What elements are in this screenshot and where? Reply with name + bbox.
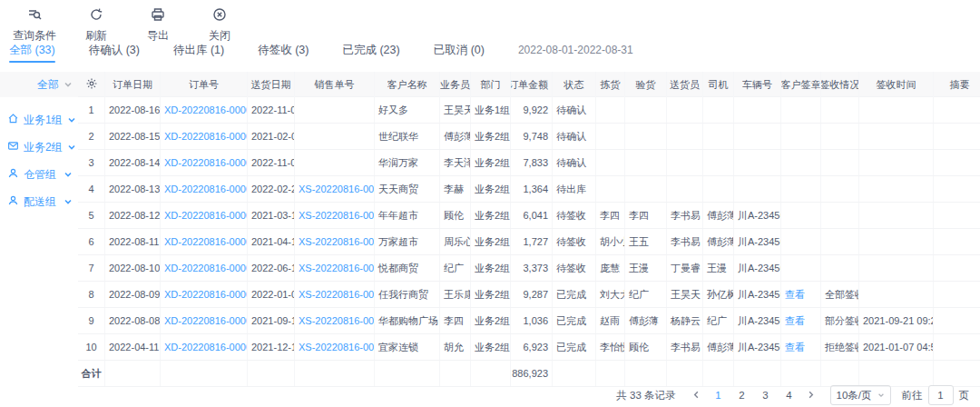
cell-order_date: 2022-08-16 [105,97,161,123]
cell-sign [781,176,821,202]
cell-driver: 傅彭薄 [703,229,734,254]
cell-delivery_date: 2021-03-12 [248,203,295,228]
tab-全部[interactable]: 全部 (33) [9,43,55,63]
total-cell-customer [375,361,440,386]
cell-driver: 孙亿枫 [703,282,734,307]
total-row: 合计886,923 [78,361,980,387]
cell-sign_status [821,150,859,175]
column-settings-header[interactable] [78,72,105,97]
tab-待确认[interactable]: 待确认 (3) [89,43,140,63]
page-number-1[interactable]: 1 [710,387,727,403]
cell-delivery_date: 2022-06-16 [248,255,295,281]
sidebar: 全部 业务1组业务2组仓管组配送组 [0,72,78,387]
close-tool-button[interactable]: 关闭 [189,7,250,44]
cell-sales_no [295,124,375,149]
table-header-row: 订单日期订单号送货日期销售单号客户名称业务员部门订单金额状态拣货验货送货员司机车… [78,72,980,97]
column-header-dept: 部门 [471,72,511,97]
order_no-link[interactable]: XD-20220816-000011 [164,289,248,300]
cell-picker: 刘大大 [596,282,625,307]
cell-summary [934,334,980,360]
sidebar-item-业务2组[interactable]: 业务2组 [0,134,78,161]
cell-vehicle: 川A-234561 [734,229,781,254]
sidebar-item-label: 配送组 [24,194,59,210]
total-cell-picker [596,361,625,386]
total-cell-amount: 886,923 [511,361,553,386]
cell-sign [781,255,821,281]
sidebar-item-label: 仓管组 [24,167,59,183]
order_no-link[interactable]: XD-20220816-000014 [164,210,248,221]
cell-idx: 1 [78,97,105,123]
sidebar-items: 业务1组业务2组仓管组配送组 [0,97,78,215]
cell-deliverer: 杨静云 [667,308,703,333]
order_no-link[interactable]: XD-20220816-000013 [164,236,248,247]
cell-sign [781,124,821,149]
order_no-link[interactable]: XD-20220816-000012 [164,263,248,273]
filter-search-icon [27,7,42,25]
refresh-tool-button[interactable]: 刷新 [65,7,127,44]
tab-待签收[interactable]: 待签收 (3) [258,43,309,63]
cell-checker: 傅彭薄 [625,308,667,333]
tab-已取消[interactable]: 已取消 (0) [434,43,485,63]
order_no-link[interactable]: XD-20220816-000017 [164,104,248,115]
total-cell-sign_status [821,361,859,386]
cell-order_date: 2022-08-11 [105,229,161,254]
tab-已完成[interactable]: 已完成 (23) [342,43,399,63]
cell-customer: 万家超市 [375,229,440,254]
sidebar-item-业务1组[interactable]: 业务1组 [0,106,78,134]
cell-picker: 李怡悦 [596,334,625,360]
sales_no-link[interactable]: XS-20220816-000014 [299,210,375,221]
sidebar-item-配送组[interactable]: 配送组 [0,188,78,215]
view-sign-link[interactable]: 查看 [785,314,805,328]
order_no-link[interactable]: XD-20220816-000017 [164,131,248,142]
goto-page-input[interactable] [928,385,954,405]
sales_no-link[interactable]: XS-20220816-000012 [299,263,375,273]
column-header-sign_time: 签收时间 [859,72,934,97]
table-body: 12022-08-16XD-20220816-0000172022-11-07好… [78,97,980,387]
filter-search-tool-button[interactable]: 查询条件 [4,7,65,44]
sales_no-link[interactable]: XS-20220816-000011 [299,289,375,300]
cell-driver [703,124,734,149]
prev-page-button[interactable] [689,387,705,403]
page-number-3[interactable]: 3 [758,387,774,403]
mail-icon [7,139,19,155]
total-cell-salesman [440,361,471,386]
order_no-link[interactable]: XD-20220816-000015 [164,184,248,194]
order_no-link[interactable]: XD-20220816-000016 [164,157,248,168]
column-header-sales_no: 销售单号 [295,72,375,97]
cell-idx: 7 [78,255,105,281]
sales_no-link[interactable]: XS-20220816-000009 [299,342,375,352]
cell-driver [703,97,734,123]
view-sign-link[interactable]: 查看 [785,288,805,302]
export-icon [151,7,165,25]
cell-order_no: XD-20220816-000017 [161,124,248,149]
export-tool-button[interactable]: 导出 [127,7,189,44]
cell-dept: 业务1组 [471,97,511,123]
page-size-select[interactable]: 10条/页 [830,385,891,405]
page-number-2[interactable]: 2 [734,387,750,403]
order_no-link[interactable]: XD-20220816-000009 [164,342,248,352]
cell-vehicle: 川A-234561 [734,203,781,228]
sidebar-item-仓管组[interactable]: 仓管组 [0,161,78,188]
cell-order_date: 2022-08-13 [105,176,161,202]
cell-delivery_date: 2021-09-13 [248,308,295,333]
next-page-button[interactable] [803,387,819,403]
sidebar-group-selector[interactable]: 全部 [0,72,78,97]
toolbar: 查询条件刷新导出关闭 [0,0,980,40]
cell-idx: 10 [78,334,105,360]
sales_no-link[interactable]: XS-20220816-000013 [299,236,375,247]
page-number-4[interactable]: 4 [781,387,798,403]
cell-summary [934,282,980,307]
cell-deliverer [667,124,703,149]
cell-customer: 天天商贸 [375,176,440,202]
cell-vehicle [734,97,781,123]
view-sign-link[interactable]: 查看 [785,341,805,354]
cell-sales_no: XS-20220816-000009 [295,334,375,360]
total-cell-vehicle [734,361,781,386]
column-header-customer: 客户名称 [375,72,440,97]
sales_no-link[interactable]: XS-20220816-000015 [299,184,375,194]
order_no-link[interactable]: XD-20220816-000010 [164,315,248,326]
cell-sign_status [821,176,859,202]
sales_no-link[interactable]: XS-20220816-000010 [299,315,375,326]
total-cell-checker [625,361,667,386]
tab-待出库[interactable]: 待出库 (1) [173,43,224,63]
